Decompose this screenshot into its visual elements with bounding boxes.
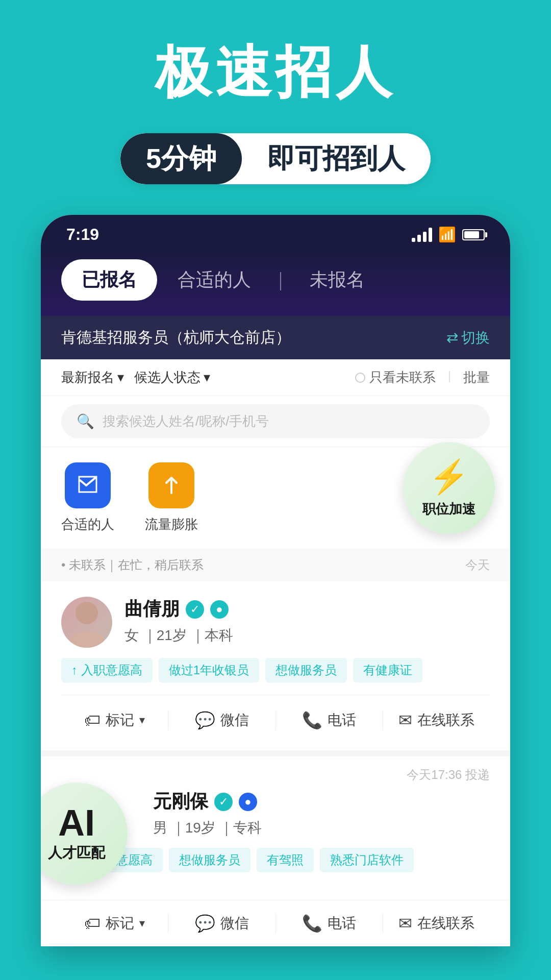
speed-label: 职位加速: [422, 500, 475, 518]
candidate-name-2: 元刚保: [153, 789, 208, 814]
job-bar: 肯德基招服务员（杭师大仓前店） ⇄ 切换: [41, 316, 510, 359]
candidate-info-1: 曲倩朋 ✓ ● 女 ｜21岁 ｜本科: [124, 597, 490, 645]
tag-2-3: 熟悉门店软件: [320, 848, 414, 872]
chevron-down-icon: ▾: [139, 714, 145, 727]
tab-registered[interactable]: 已报名: [61, 259, 157, 301]
phone-mockup: 7:19 📶 已报名 合适的人: [41, 215, 510, 946]
filter-right: 只看未联系 | 批量: [355, 369, 490, 386]
sort-filter-button[interactable]: 最新报名 ▾: [61, 369, 124, 386]
tag-1-3: 有健康证: [353, 658, 422, 682]
job-title: 肯德基招服务员（杭师大仓前店）: [61, 327, 291, 348]
action-traffic[interactable]: 流量膨胀: [145, 462, 198, 533]
traffic-label: 流量膨胀: [145, 516, 198, 533]
verified-icon-2: ✓: [214, 793, 233, 811]
ai-icon: AI: [58, 804, 95, 841]
tab-divider: ｜: [271, 267, 289, 292]
bottom-action-bar-2: 🏷 标记 ▾ 💬 微信 📞 电话 ✉ 在线联系: [41, 900, 510, 946]
wechat-button-2[interactable]: 💬 微信: [168, 909, 275, 938]
tag-2-2: 有驾照: [257, 848, 314, 872]
mark-button-2[interactable]: 🏷 标记 ▾: [61, 909, 168, 938]
hero-section: 极速招人 5分钟 即可招到人: [0, 0, 551, 215]
section-label: • 未联系｜在忙，稍后联系 今天: [41, 549, 510, 581]
candidate-tags-2: ↑ 入职意愿高 想做服务员 有驾照 熟悉门店软件: [61, 848, 490, 872]
svg-point-0: [76, 602, 98, 624]
avatar-1: [61, 597, 112, 648]
active-icon-1: ●: [210, 600, 229, 619]
switch-job-button[interactable]: ⇄ 切换: [446, 328, 490, 348]
uncontacted-filter-button[interactable]: 只看未联系: [355, 369, 436, 386]
verified-icon-1: ✓: [186, 600, 204, 619]
chevron-down-icon: ▾: [204, 370, 210, 385]
candidate-card-1: 曲倩朋 ✓ ● 女 ｜21岁 ｜本科 ↑ 入职意愿高 做过1年收银员 想做服务员…: [41, 581, 510, 756]
battery-icon: [462, 229, 485, 240]
suitable-icon: [65, 462, 111, 508]
hero-badge-text: 即可招到人: [242, 140, 431, 178]
search-input[interactable]: 🔍 搜索候选人姓名/昵称/手机号: [61, 404, 490, 438]
phone-button-2[interactable]: 📞 电话: [276, 909, 383, 938]
suitable-label: 合适的人: [61, 516, 114, 533]
active-icon-2: ●: [239, 793, 257, 811]
hero-badge: 5分钟 即可招到人: [120, 133, 431, 184]
status-icons: 📶: [412, 226, 485, 243]
candidate-name-1: 曲倩朋: [124, 597, 180, 622]
candidate-meta-1: 女 ｜21岁 ｜本科: [124, 626, 490, 645]
mark-button-1[interactable]: 🏷 标记 ▾: [61, 705, 168, 735]
tab-unregistered[interactable]: 未报名: [289, 259, 385, 301]
search-icon: 🔍: [77, 413, 94, 430]
tabs-row: 已报名 合适的人 ｜ 未报名: [61, 259, 490, 301]
traffic-icon: [148, 462, 194, 508]
action-suitable[interactable]: 合适的人: [61, 462, 114, 533]
candidate-info-2: 元刚保 ✓ ● 男 ｜19岁 ｜专科: [153, 789, 490, 838]
tab-suitable[interactable]: 合适的人: [157, 259, 271, 301]
hero-title: 极速招人: [0, 41, 551, 103]
status-bar: 7:19 📶: [41, 215, 510, 249]
candidate-meta-2: 男 ｜19岁 ｜专科: [153, 818, 490, 838]
wifi-icon: 📶: [438, 226, 456, 243]
search-bar: 🔍 搜索候选人姓名/昵称/手机号: [41, 396, 510, 447]
speed-boost-button[interactable]: ⚡ 职位加速: [403, 442, 495, 534]
chevron-down-icon: ▾: [117, 370, 124, 385]
candidate-name-row-2: 元刚保 ✓ ●: [153, 789, 490, 814]
tag-1-1: 做过1年收银员: [159, 658, 259, 682]
online-contact-button-1[interactable]: ✉ 在线联系: [383, 705, 490, 735]
online-contact-button-2[interactable]: ✉ 在线联系: [383, 909, 490, 938]
signal-icon: [412, 228, 432, 242]
candidate-name-row-1: 曲倩朋 ✓ ●: [124, 597, 490, 622]
candidate-actions-1: 🏷 标记 ▾ 💬 微信 📞 电话 ✉ 在线联系: [61, 695, 490, 735]
tag-1-2: 想做服务员: [265, 658, 347, 682]
phone-header: 已报名 合适的人 ｜ 未报名: [41, 249, 510, 316]
ai-label: 人才匹配: [48, 843, 105, 863]
svg-point-1: [69, 631, 104, 648]
bolt-icon: ⚡: [429, 458, 469, 496]
filter-row: 最新报名 ▾ 候选人状态 ▾ 只看未联系 | 批量: [41, 359, 510, 396]
status-time: 7:19: [66, 225, 99, 244]
tag-1-0: ↑ 入职意愿高: [61, 658, 153, 682]
search-placeholder: 搜索候选人姓名/昵称/手机号: [103, 412, 269, 430]
tag-2-1: 想做服务员: [169, 848, 251, 872]
mic-label: Mic -: [101, 773, 138, 792]
hero-badge-minutes: 5分钟: [120, 133, 242, 184]
chevron-down-icon: ▾: [139, 917, 145, 930]
batch-button[interactable]: 批量: [463, 369, 490, 386]
status-filter-button[interactable]: 候选人状态 ▾: [134, 369, 210, 386]
wechat-button-1[interactable]: 💬 微信: [168, 705, 275, 735]
phone-button-1[interactable]: 📞 电话: [276, 705, 383, 735]
quick-actions: 合适的人 流量膨胀 ⚡ 职位加速: [41, 447, 510, 549]
phone-container: 7:19 📶 已报名 合适的人: [0, 215, 551, 946]
candidate-header-1: 曲倩朋 ✓ ● 女 ｜21岁 ｜本科: [61, 597, 490, 648]
candidate-tags-1: ↑ 入职意愿高 做过1年收银员 想做服务员 有健康证: [61, 658, 490, 682]
